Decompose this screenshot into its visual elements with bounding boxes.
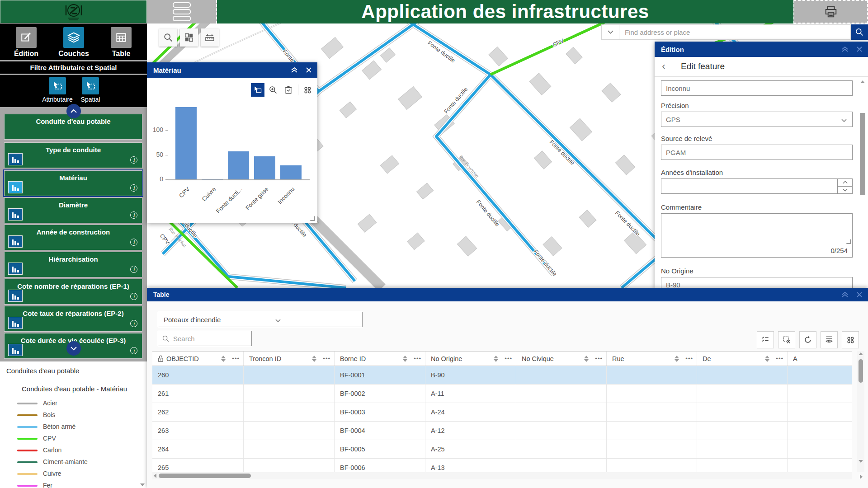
card-hierarchisation[interactable]: Hiérarchisation i bbox=[4, 252, 142, 277]
chart-clear-selection-button[interactable] bbox=[282, 83, 295, 97]
legend-scroll-arrow[interactable] bbox=[140, 483, 145, 486]
close-panel-button[interactable] bbox=[855, 45, 863, 53]
basemap-gallery-button[interactable] bbox=[180, 28, 198, 47]
column-header-troncon-id[interactable]: Troncon ID ••• bbox=[244, 352, 335, 366]
column-header-no-civique[interactable]: No Civique ••• bbox=[516, 352, 607, 366]
table-search-input[interactable] bbox=[172, 334, 248, 343]
table-row[interactable]: 264 BF-0005 A-25 bbox=[152, 440, 852, 459]
card-type-de-conduite[interactable]: Type de conduite i bbox=[4, 142, 142, 168]
no-origine-input[interactable]: B-90 bbox=[661, 277, 853, 288]
sort-icon[interactable] bbox=[765, 356, 769, 362]
info-icon[interactable]: i bbox=[130, 184, 137, 192]
scroll-down-arrow[interactable] bbox=[859, 460, 863, 463]
search-input[interactable] bbox=[619, 24, 851, 40]
scrollbar-thumb[interactable] bbox=[859, 359, 863, 383]
card-materiau[interactable]: Matériau i bbox=[4, 170, 142, 196]
info-icon[interactable]: i bbox=[130, 156, 137, 164]
sort-icon[interactable] bbox=[675, 356, 679, 362]
commentaire-textarea[interactable]: 0/254 bbox=[661, 213, 853, 258]
bar-Fonte ducti...[interactable] bbox=[228, 151, 249, 179]
scroll-down-button[interactable] bbox=[66, 341, 81, 356]
stepper-down-button[interactable] bbox=[838, 187, 852, 194]
clear-selection-button[interactable] bbox=[778, 331, 795, 348]
vertical-scrollbar[interactable] bbox=[857, 351, 864, 472]
nav-item-table[interactable]: Table bbox=[99, 27, 144, 58]
info-icon[interactable]: i bbox=[130, 239, 137, 246]
nav-item-couches[interactable]: Couches bbox=[51, 27, 96, 58]
close-panel-button[interactable] bbox=[305, 66, 313, 74]
bar-Inconnu[interactable] bbox=[280, 165, 302, 179]
search-submit-button[interactable] bbox=[851, 24, 868, 40]
table-row[interactable]: 265 BF-0006 A-13 bbox=[152, 459, 852, 472]
column-header-objectid[interactable]: OBJECTID ••• bbox=[152, 352, 244, 366]
info-icon[interactable]: i bbox=[130, 266, 137, 273]
measure-tool-button[interactable] bbox=[201, 28, 219, 47]
info-icon[interactable]: i bbox=[130, 211, 137, 219]
sort-icon[interactable] bbox=[403, 356, 407, 362]
scroll-up-arrow[interactable] bbox=[859, 352, 863, 355]
table-row[interactable]: 262 BF-0003 A-24 bbox=[152, 403, 852, 422]
scroll-left-arrow[interactable] bbox=[154, 474, 156, 478]
sort-icon[interactable] bbox=[312, 356, 316, 362]
card-diametre[interactable]: Diamètre i bbox=[4, 197, 142, 223]
material-input[interactable]: Inconnu bbox=[661, 80, 853, 96]
column-menu-button[interactable]: ••• bbox=[776, 355, 783, 362]
card-annee-construction[interactable]: Année de construction i bbox=[4, 225, 142, 250]
column-header-de[interactable]: De ••• bbox=[697, 352, 788, 366]
column-menu-button[interactable]: ••• bbox=[685, 355, 693, 362]
scrollbar-thumb[interactable] bbox=[860, 113, 865, 195]
table-row[interactable]: 261 BF-0002 A-11 bbox=[152, 385, 852, 403]
column-menu-button[interactable]: ••• bbox=[323, 355, 330, 362]
column-header-no-origine[interactable]: No Origine ••• bbox=[425, 352, 516, 366]
bar-chart[interactable]: 050100CPVCuivreFonte ducti...Fonte grise… bbox=[147, 98, 317, 223]
print-button[interactable] bbox=[793, 0, 868, 23]
column-header-borne-id[interactable]: Borne ID ••• bbox=[335, 352, 425, 366]
precision-select[interactable]: GPS bbox=[661, 112, 853, 127]
source-releve-input[interactable]: PGAM bbox=[661, 145, 853, 160]
bar-CPV[interactable] bbox=[175, 107, 197, 179]
card-cote-nombre-reparations[interactable]: Cote nombre de réparations (EP-1) i bbox=[4, 279, 142, 305]
scrollbar-thumb[interactable] bbox=[159, 474, 251, 478]
layer-select[interactable]: Poteaux d'incendie bbox=[158, 312, 363, 327]
column-menu-button[interactable]: ••• bbox=[595, 355, 603, 362]
column-menu-button[interactable]: ••• bbox=[414, 355, 421, 362]
stepper-up-button[interactable] bbox=[838, 179, 852, 187]
scroll-up-button[interactable] bbox=[66, 104, 81, 118]
search-source-dropdown[interactable] bbox=[601, 24, 619, 40]
collapse-panel-button[interactable] bbox=[841, 291, 849, 299]
info-icon[interactable]: i bbox=[130, 320, 137, 327]
info-icon[interactable]: i bbox=[130, 347, 137, 354]
toggle-columns-button[interactable] bbox=[821, 331, 838, 348]
card-cote-taux-reparations[interactable]: Cote taux de réparations (EP-2) i bbox=[4, 306, 142, 332]
table-actions-button[interactable] bbox=[842, 331, 859, 348]
info-icon[interactable]: i bbox=[130, 293, 137, 300]
edit-panel-scrollbar[interactable] bbox=[860, 80, 865, 288]
collapse-panel-button[interactable] bbox=[290, 66, 298, 74]
table-row[interactable]: 260 BF-0001 B-90 bbox=[152, 366, 852, 385]
column-menu-button[interactable]: ••• bbox=[232, 355, 240, 362]
horizontal-scrollbar[interactable] bbox=[152, 472, 852, 479]
annees-installation-input[interactable] bbox=[661, 178, 853, 194]
chart-actions-button[interactable] bbox=[301, 83, 314, 97]
collapse-panel-button[interactable] bbox=[841, 45, 849, 53]
scroll-right-arrow[interactable] bbox=[860, 474, 863, 479]
close-panel-button[interactable] bbox=[855, 291, 863, 299]
bar-Cuivre[interactable] bbox=[202, 179, 223, 179]
scroll-up-arrow[interactable] bbox=[860, 80, 865, 83]
filter-spatial-button[interactable]: Spatial bbox=[69, 77, 112, 103]
hamburger-menu-button[interactable] bbox=[147, 0, 217, 23]
bar-Fonte grise[interactable] bbox=[254, 156, 275, 179]
sort-icon[interactable] bbox=[584, 356, 589, 362]
sort-icon[interactable] bbox=[494, 356, 498, 362]
refresh-button[interactable] bbox=[799, 331, 816, 348]
sort-icon[interactable] bbox=[221, 356, 226, 362]
column-header-a[interactable]: A bbox=[788, 352, 852, 366]
back-button[interactable]: ‹ bbox=[659, 61, 668, 72]
show-selection-button[interactable] bbox=[757, 331, 774, 348]
nav-item-edition[interactable]: Édition bbox=[4, 27, 49, 58]
chart-zoom-button[interactable] bbox=[266, 83, 280, 97]
map-search-tool-button[interactable] bbox=[159, 28, 177, 47]
column-menu-button[interactable]: ••• bbox=[505, 355, 512, 362]
column-header-rue[interactable]: Rue ••• bbox=[607, 352, 697, 366]
chart-selection-tool-button[interactable] bbox=[251, 83, 264, 97]
